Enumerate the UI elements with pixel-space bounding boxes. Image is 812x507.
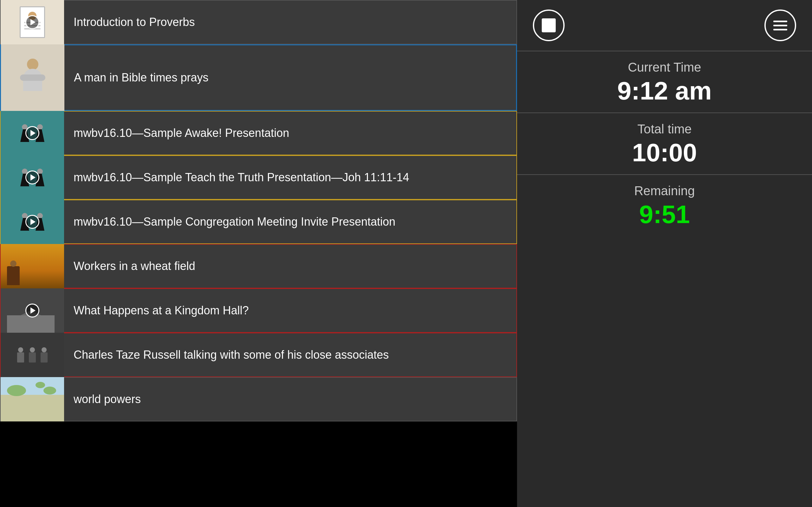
list-item[interactable]: mwbv16.10—Sample Teach the Truth Present… (0, 155, 517, 200)
item-label: What Happens at a Kingdom Hall? (64, 297, 516, 325)
thumbnail (1, 44, 64, 111)
remaining-value: 9:51 (639, 201, 690, 228)
right-header (517, 0, 812, 51)
item-label: mwbv16.10—Sample Awake! Presentation (64, 119, 516, 147)
total-time-value: 10:00 (632, 139, 697, 167)
thumbnail (1, 244, 64, 288)
play-icon (26, 15, 39, 29)
thumbnail (1, 288, 64, 333)
app-layout: Introduction to Proverbs A man in Bible … (0, 0, 812, 507)
play-icon (26, 126, 39, 140)
list-item[interactable]: mwbv16.10—Sample Awake! Presentation (0, 111, 517, 155)
play-icon (26, 170, 39, 184)
thumbnail (1, 200, 64, 244)
list-item[interactable]: Workers in a wheat field (0, 244, 517, 288)
thumbnail (1, 0, 64, 44)
item-label: A man in Bible times prays (64, 64, 516, 92)
item-label: Introduction to Proverbs (64, 9, 516, 36)
list-item[interactable]: Introduction to Proverbs (0, 0, 517, 44)
total-time-label: Total time (637, 122, 692, 136)
item-label: Charles Taze Russell talking with some o… (64, 341, 516, 369)
remaining-section: Remaining 9:51 (517, 175, 812, 236)
list-item[interactable]: What Happens at a Kingdom Hall? (0, 288, 517, 333)
thumbnail (1, 111, 64, 155)
remaining-label: Remaining (634, 184, 695, 198)
thumbnail (1, 155, 64, 200)
menu-icon (773, 20, 787, 22)
play-icon (26, 303, 39, 318)
thumbnail (1, 333, 64, 377)
stop-button[interactable] (533, 9, 565, 41)
total-time-section: Total time 10:00 (517, 113, 812, 175)
play-icon (26, 215, 39, 229)
thumbnail (1, 377, 64, 421)
current-time-label: Current Time (628, 60, 701, 74)
stop-icon (542, 18, 556, 32)
playlist: Introduction to Proverbs A man in Bible … (0, 0, 517, 421)
list-item[interactable]: Charles Taze Russell talking with some o… (0, 333, 517, 377)
current-time-section: Current Time 9:12 am (517, 51, 812, 113)
item-label: Workers in a wheat field (64, 252, 516, 280)
right-panel: Current Time 9:12 am Total time 10:00 Re… (517, 0, 812, 507)
item-label: mwbv16.10—Sample Congregation Meeting In… (64, 208, 516, 236)
left-panel: Introduction to Proverbs A man in Bible … (0, 0, 517, 507)
menu-icon (773, 29, 787, 31)
menu-icon (773, 25, 787, 26)
menu-button[interactable] (764, 9, 796, 41)
item-label: mwbv16.10—Sample Teach the Truth Present… (64, 164, 516, 191)
list-item[interactable]: world powers (0, 377, 517, 421)
current-time-value: 9:12 am (617, 77, 712, 105)
list-item[interactable]: A man in Bible times prays (0, 44, 517, 111)
list-item[interactable]: mwbv16.10—Sample Congregation Meeting In… (0, 200, 517, 244)
item-label: world powers (64, 386, 516, 413)
